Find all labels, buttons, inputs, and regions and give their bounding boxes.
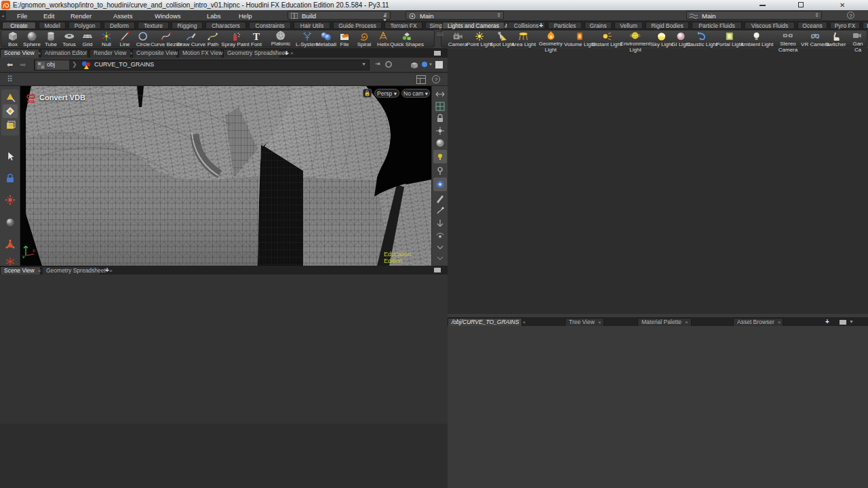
svg-text:VDB: VDB bbox=[27, 100, 35, 104]
svg-text:T: T bbox=[253, 31, 260, 41]
svg-text:y: y bbox=[22, 254, 25, 258]
svg-text:x: x bbox=[33, 248, 35, 253]
